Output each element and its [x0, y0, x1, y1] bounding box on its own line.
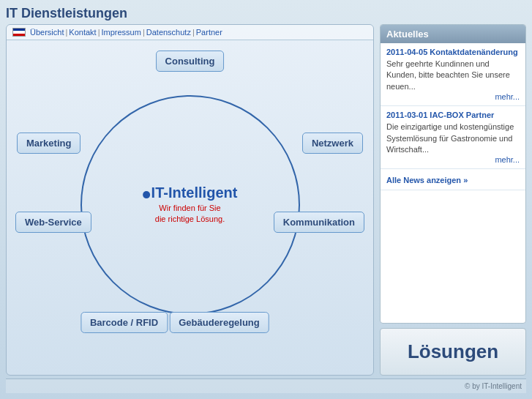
logo-name: IT-Intelligent	[143, 184, 238, 201]
nav-kontakt[interactable]: Kontakt	[69, 28, 96, 37]
page-title: IT Dienstleistungen	[6, 6, 526, 21]
news-item-2: 2011-03-01 IAC-BOX Partner Die einzigart…	[381, 106, 525, 169]
loesungen-box[interactable]: Lösungen	[380, 328, 526, 376]
service-consulting[interactable]: Consulting	[156, 51, 225, 72]
copyright: © by IT-Intelligent	[6, 379, 526, 393]
loesungen-text: Lösungen	[408, 340, 498, 362]
right-panel: Aktuelles 2011-04-05 Kontaktdatenänderun…	[380, 24, 526, 376]
nav-ubersicht[interactable]: Übersicht	[30, 28, 64, 37]
mehr-link-1[interactable]: mehr...	[386, 92, 520, 101]
service-gebaude[interactable]: Gebäuderegelung	[169, 312, 269, 333]
service-barcode[interactable]: Barcode / RFID	[80, 312, 168, 333]
service-netzwerk[interactable]: Netzwerk	[302, 133, 363, 154]
aktuelles-header: Aktuelles	[381, 25, 525, 43]
alle-news-link[interactable]: Alle News anzeigen »	[386, 176, 468, 184]
news-item-1: 2011-04-05 Kontaktdatenänderung Sehr gee…	[381, 43, 525, 106]
news-text-2: Die einzigartige und kostengünstige Syst…	[386, 122, 514, 154]
flag-icon	[12, 28, 26, 37]
news-title-1[interactable]: 2011-04-05 Kontaktdatenänderung	[386, 48, 520, 56]
alle-news: Alle News anzeigen »	[381, 169, 525, 190]
service-webservice[interactable]: Web-Service	[15, 212, 91, 233]
main-content: Übersicht | Kontakt | Impressum | Datens…	[6, 24, 526, 376]
news-text-1: Sehr geehrte Kundinnen und Kunden, bitte…	[386, 59, 510, 91]
left-panel: Übersicht | Kontakt | Impressum | Datens…	[6, 24, 374, 376]
service-kommunikation[interactable]: Kommunikation	[274, 212, 364, 233]
logo-dot-icon	[143, 191, 150, 198]
service-marketing[interactable]: Marketing	[17, 133, 80, 154]
center-logo: IT-Intelligent Wir finden für Sie die ri…	[143, 184, 238, 225]
nav-datenschutz[interactable]: Datenschutz	[146, 28, 191, 37]
nav-impressum[interactable]: Impressum	[102, 28, 141, 37]
circle-area: IT-Intelligent Wir finden für Sie die ri…	[7, 40, 373, 370]
logo-tagline: Wir finden für Sie die richtige Lösung.	[143, 203, 238, 225]
news-title-2[interactable]: 2011-03-01 IAC-BOX Partner	[386, 111, 520, 119]
mehr-link-2[interactable]: mehr...	[386, 155, 520, 164]
page-wrapper: IT Dienstleistungen Übersicht | Kontakt …	[0, 0, 532, 399]
nav-bar: Übersicht | Kontakt | Impressum | Datens…	[7, 25, 373, 40]
aktuelles-box: Aktuelles 2011-04-05 Kontaktdatenänderun…	[380, 24, 526, 324]
nav-partner[interactable]: Partner	[196, 28, 222, 37]
